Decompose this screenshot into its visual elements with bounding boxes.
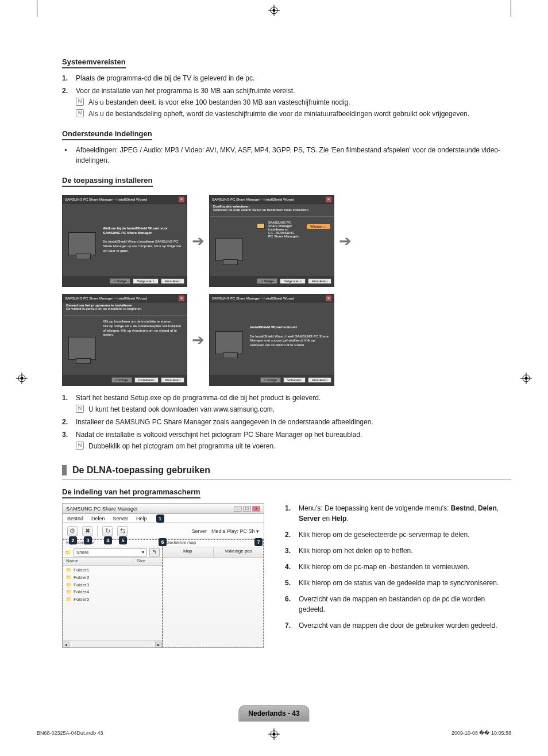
folder-select[interactable]: Share▾ bbox=[74, 548, 147, 557]
list-item: 7.Overzicht van de mappen die door de ge… bbox=[299, 620, 511, 631]
back-button[interactable]: < Vorige bbox=[110, 278, 130, 284]
note: NAls u bestanden deelt, is voor elke 100… bbox=[76, 97, 511, 108]
back-button[interactable]: < Vorige bbox=[111, 377, 132, 383]
list-item: 2.Klik hierop om de geselecteerde pc-ser… bbox=[299, 529, 511, 540]
next-button[interactable]: Volgende > bbox=[133, 278, 158, 284]
divider bbox=[62, 479, 511, 479]
next-button[interactable]: Volgende > bbox=[280, 278, 305, 284]
back-button[interactable]: < Vorige bbox=[260, 377, 281, 383]
callout-marker-2: 2 bbox=[69, 536, 77, 544]
text: De wizard is gereed om de installatie te… bbox=[66, 307, 142, 310]
list-item: 2.Voor de installatie van het programma … bbox=[76, 86, 511, 119]
monitor-icon bbox=[68, 337, 96, 360]
text: U kunt het bestand ook downloaden van ww… bbox=[88, 405, 275, 413]
column-header[interactable]: Map bbox=[163, 547, 214, 557]
window-title: SAMSUNG PC Share Manager – InstallShield… bbox=[212, 297, 294, 300]
svg-point-3 bbox=[273, 9, 276, 12]
list-item[interactable]: Folder4 bbox=[66, 589, 159, 596]
arrow-right-icon: ➔ bbox=[192, 232, 204, 250]
installer-step-3: SAMSUNG PC Share Manager – InstallShield… bbox=[62, 294, 187, 386]
section-layout: De indeling van het programmascherm SAMS… bbox=[62, 488, 511, 648]
window-controls: – □ × bbox=[234, 506, 260, 512]
finish-button[interactable]: Voltooien bbox=[283, 377, 306, 383]
column-header[interactable]: Size bbox=[133, 558, 162, 565]
text: Als u bestanden deelt, is voor elke 100 … bbox=[88, 98, 350, 106]
cancel-button[interactable]: Annuleren bbox=[308, 278, 331, 284]
note-icon: N bbox=[76, 405, 84, 413]
registration-mark-icon bbox=[16, 373, 28, 384]
installer-step-4: SAMSUNG PC Share Manager – InstallShield… bbox=[209, 294, 334, 386]
cancel-button[interactable]: Annuleren bbox=[161, 377, 184, 383]
installer-step-2: SAMSUNG PC Share Manager – InstallShield… bbox=[209, 195, 334, 287]
close-icon[interactable]: × bbox=[179, 197, 184, 202]
text: Delen bbox=[478, 504, 497, 512]
column-header[interactable]: Name bbox=[63, 558, 133, 565]
list-item[interactable]: Folder3 bbox=[66, 582, 159, 589]
text: Overzicht van de mappen en bestanden op … bbox=[299, 595, 485, 613]
list-item: 1. Menu's: De toepassing kent de volgend… bbox=[299, 503, 511, 524]
text: Nadat de installatie is voltooid verschi… bbox=[76, 431, 362, 439]
menu-help[interactable]: Help bbox=[136, 516, 147, 521]
list-item: 1.Plaats de programma-cd die bij de TV i… bbox=[76, 73, 511, 83]
text: Voor de installatie van het programma is… bbox=[76, 87, 295, 95]
refresh-button[interactable]: ↻ bbox=[102, 526, 113, 536]
note: NU kunt het bestand ook downloaden van w… bbox=[76, 404, 511, 415]
section-dlna-heading: De DLNA-toepassing gebruiken bbox=[62, 465, 511, 475]
text: Als u de bestandsdeling opheft, wordt de… bbox=[88, 110, 469, 118]
list-item[interactable]: Folder1 bbox=[66, 567, 159, 574]
text: Bestnd bbox=[451, 504, 474, 512]
change-button[interactable]: Wijzigen… bbox=[307, 224, 330, 229]
minimize-icon[interactable]: – bbox=[234, 506, 242, 512]
close-icon[interactable]: × bbox=[326, 296, 331, 301]
close-icon[interactable]: × bbox=[179, 296, 184, 301]
back-button[interactable]: < Vorige bbox=[257, 278, 277, 284]
list-item: 4.Klik hierop om de pc-map en -bestanden… bbox=[299, 562, 511, 572]
cancel-button[interactable]: Annuleren bbox=[161, 278, 184, 284]
text: Server bbox=[299, 515, 320, 523]
file-list: Folder1 Folder2 Folder3 Folder4 Folder5 bbox=[63, 566, 162, 605]
cancel-button[interactable]: Annuleren bbox=[308, 377, 331, 383]
window-title: SAMSUNG PC Share Manager – InstallShield… bbox=[212, 198, 294, 201]
server-select[interactable]: Media Play: PC Sh ▾ bbox=[211, 528, 259, 534]
text: Afbeeldingen: JPEG / Audio: MP3 / Video:… bbox=[76, 146, 500, 164]
close-icon[interactable]: × bbox=[326, 197, 331, 202]
unshare-button[interactable]: ✖ bbox=[82, 526, 92, 536]
menu-file[interactable]: Bestnd bbox=[67, 516, 83, 521]
panel-heading: Mijn computer bbox=[63, 539, 162, 547]
list-item[interactable]: Folder5 bbox=[66, 596, 159, 604]
arrow-right-icon: ➔ bbox=[339, 232, 352, 250]
section-install: De toepassing installeren SAMSUNG PC Sha… bbox=[62, 176, 511, 451]
maximize-icon[interactable]: □ bbox=[243, 506, 251, 512]
text: Klik hierop om de geselecteerde pc-serve… bbox=[299, 531, 470, 539]
chevron-down-icon: ▾ bbox=[142, 550, 144, 555]
text: Plaats de programma-cd die bij de TV is … bbox=[76, 74, 254, 82]
wizard-screenshots: SAMSUNG PC Share Manager – InstallShield… bbox=[62, 195, 511, 386]
menu-server[interactable]: Server bbox=[113, 516, 129, 521]
list-item[interactable]: Folder2 bbox=[66, 574, 159, 582]
folder-icon bbox=[257, 223, 265, 229]
text: Help bbox=[331, 515, 346, 523]
footer-left: BN68-02325A-04Dut.indb 43 bbox=[37, 730, 103, 736]
monitor-icon bbox=[215, 331, 243, 354]
callout-marker-5: 5 bbox=[119, 536, 127, 544]
window-title: SAMSUNG PC Share Manager – InstallShield… bbox=[65, 297, 147, 300]
parent-folder-button[interactable]: ↰ bbox=[149, 548, 160, 557]
heading-layout: De indeling van het programmascherm bbox=[62, 488, 200, 498]
text: Klik hierop om de status van de gedeelde… bbox=[299, 579, 499, 587]
sync-button[interactable]: ⇆ bbox=[117, 526, 128, 536]
install-button[interactable]: Installeren bbox=[134, 377, 159, 383]
text: . bbox=[346, 515, 348, 523]
list-item: 3.Nadat de installatie is voltooid versc… bbox=[76, 429, 511, 451]
share-button[interactable]: ⚙ bbox=[67, 526, 78, 536]
close-icon[interactable]: × bbox=[252, 506, 260, 512]
text: Start het bestand Setup.exe op de progra… bbox=[76, 394, 321, 402]
registration-mark-icon bbox=[268, 5, 280, 16]
note-icon: N bbox=[76, 442, 84, 450]
scrollbar[interactable]: ◂▸ bbox=[63, 640, 162, 647]
page: Systeemvereisten 1.Plaats de programma-c… bbox=[0, 0, 548, 756]
text: De InstallShield Wizard heeft SAMSUNG PC… bbox=[250, 335, 329, 347]
note-icon: N bbox=[76, 98, 84, 106]
menu-share[interactable]: Delen bbox=[91, 516, 105, 521]
column-header[interactable]: Volledige pad bbox=[214, 547, 264, 557]
text: Installeer de SAMSUNG PC Share Manager z… bbox=[76, 418, 373, 426]
